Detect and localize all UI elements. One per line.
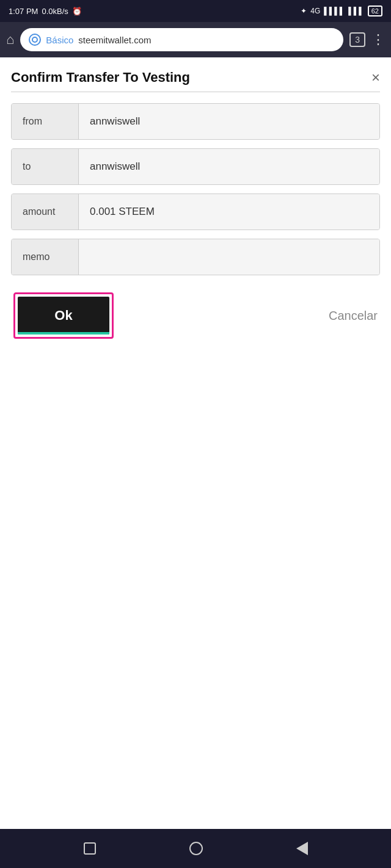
home-icon[interactable]: ⌂ [6, 32, 14, 48]
amount-row: amount 0.001 STEEM [11, 193, 380, 230]
square-icon [84, 842, 96, 855]
network-4g-icon: 4G [310, 7, 320, 15]
amount-value: 0.001 STEEM [79, 194, 379, 230]
menu-dots-icon[interactable]: ⋮ [371, 32, 385, 48]
amount-label: amount [12, 194, 79, 230]
battery-indicator: 62 [368, 5, 382, 16]
to-row: to annwiswell [11, 148, 380, 185]
alarm-icon: ⏰ [72, 7, 82, 16]
refresh-icon [29, 34, 41, 46]
memo-label: memo [12, 239, 79, 275]
buttons-area: Ok Cancelar [11, 292, 380, 339]
page-content: Confirm Transfer To Vesting × from annwi… [0, 57, 391, 829]
status-right: ✦ 4G ▌▌▌▌ ▌▌▌ 62 [301, 5, 382, 16]
address-bar[interactable]: Básico steemitwallet.com [20, 28, 343, 51]
memo-value [79, 239, 379, 275]
from-row: from annwiswell [11, 103, 380, 140]
cancel-button[interactable]: Cancelar [329, 309, 378, 323]
bottom-nav [0, 829, 391, 868]
status-left: 1:07 PM 0.0kB/s ⏰ [9, 7, 82, 16]
to-label: to [12, 149, 79, 184]
circle-icon [189, 842, 203, 855]
nav-back-button[interactable] [296, 842, 308, 855]
browser-label: Básico [46, 35, 73, 45]
from-value: annwiswell [79, 104, 379, 139]
ok-button[interactable]: Ok [18, 297, 109, 335]
dialog-title: Confirm Transfer To Vesting [11, 70, 190, 85]
bluetooth-icon: ✦ [301, 7, 307, 15]
to-value: annwiswell [79, 149, 379, 184]
memo-row: memo [11, 239, 380, 275]
ok-button-wrapper: Ok [13, 292, 114, 339]
signal-icon-2: ▌▌▌ [348, 7, 364, 15]
from-label: from [12, 104, 79, 139]
signal-icon: ▌▌▌▌ [324, 7, 345, 15]
status-time: 1:07 PM [9, 7, 38, 16]
nav-home-button[interactable] [189, 842, 203, 855]
status-speed: 0.0kB/s [42, 7, 68, 16]
browser-bar: ⌂ Básico steemitwallet.com 3 ⋮ [0, 22, 391, 57]
dialog-header: Confirm Transfer To Vesting × [11, 70, 380, 85]
status-bar: 1:07 PM 0.0kB/s ⏰ ✦ 4G ▌▌▌▌ ▌▌▌ 62 [0, 0, 391, 22]
close-button[interactable]: × [371, 70, 380, 85]
tab-count[interactable]: 3 [349, 32, 365, 47]
divider [11, 92, 380, 92]
nav-square-button[interactable] [84, 842, 96, 855]
triangle-icon [296, 842, 308, 855]
browser-url: steemitwallet.com [78, 35, 151, 45]
